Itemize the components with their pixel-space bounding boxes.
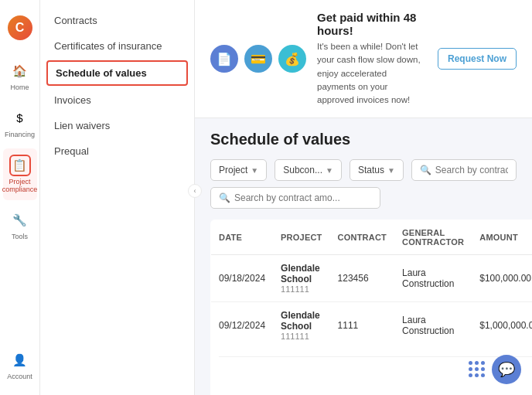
icon-nav: C 🏠 Home $ Financing 📋 Project complianc… (0, 0, 40, 395)
banner-icon-card: 💳 (244, 45, 272, 73)
contract-amount-search[interactable]: 🔍 (210, 187, 380, 209)
col-header-date: DATE (211, 220, 274, 255)
page-title: Schedule of values (210, 131, 517, 148)
banner-description: It's been a while! Don't let your cash f… (317, 40, 427, 107)
status-filter-arrow: ▼ (387, 166, 395, 175)
cell-amount: $1,000,000.00 (472, 302, 532, 349)
project-filter-arrow: ▼ (251, 166, 258, 175)
nav-label-financing: Financing (5, 131, 35, 139)
cell-amount: $100,000.00 (472, 255, 532, 302)
cell-date: 09/18/2024 (211, 255, 274, 302)
nav-item-financing[interactable]: $ Financing (3, 101, 37, 145)
floating-actions: 💬 (469, 355, 521, 384)
financing-icon: $ (9, 107, 31, 129)
sidebar: Contracts Certificates of insurance Sche… (40, 0, 195, 395)
col-header-contract: CONTRACT (330, 220, 394, 255)
nav-label-project-compliance: Project compliance (2, 178, 38, 195)
table-row: 09/12/2024 Glendale School 111111 1111 L… (211, 302, 533, 349)
table-row: 09/18/2024 Glendale School 111111 123456… (211, 255, 533, 302)
nav-label-home: Home (10, 83, 29, 92)
promo-banner: 📄 💳 💰 Get paid within 48 hours! It's bee… (195, 0, 532, 118)
filter-row: Project ▼ Subcon... ▼ Status ▼ 🔍 (210, 159, 517, 181)
account-icon: 👤 (9, 349, 31, 371)
col-header-general-contractor: GENERALCONTRACTOR (394, 220, 472, 255)
sidebar-item-lien-waivers[interactable]: Lien waivers (40, 113, 194, 138)
nav-item-home[interactable]: 🏠 Home (3, 54, 37, 98)
cell-contractor: Laura Construction (394, 255, 472, 302)
logo-area: C (8, 8, 32, 51)
col-header-amount: AMOUNT (472, 220, 532, 255)
request-now-button[interactable]: Request Now (438, 48, 517, 70)
banner-icon-document: 📄 (210, 45, 238, 73)
sidebar-item-schedule-of-values[interactable]: Schedule of values (46, 60, 188, 86)
sidebar-collapse-button[interactable]: ‹ (188, 184, 202, 198)
chat-button[interactable]: 💬 (492, 355, 521, 384)
project-compliance-icon: 📋 (9, 155, 31, 176)
dots-grid-icon[interactable] (469, 361, 486, 378)
project-filter[interactable]: Project ▼ (210, 159, 267, 181)
nav-item-project-compliance[interactable]: 📋 Project compliance (3, 148, 37, 201)
status-filter[interactable]: Status ▼ (350, 159, 404, 181)
banner-icons: 📄 💳 💰 (210, 45, 306, 73)
sidebar-item-certificates-of-insurance[interactable]: Certificates of insurance (40, 33, 194, 59)
subcon-filter-label: Subcon... (283, 165, 322, 175)
nav-label-account: Account (7, 373, 32, 381)
col-header-project: PROJECT (273, 220, 330, 255)
app-logo: C (8, 15, 32, 40)
nav-label-tools: Tools (12, 233, 28, 241)
cell-project: Glendale School 111111 (273, 255, 330, 302)
tools-icon: 🔧 (9, 209, 31, 231)
cell-project: Glendale School 111111 (273, 302, 330, 349)
cell-date: 09/12/2024 (211, 302, 274, 349)
banner-icon-money: 💰 (278, 45, 306, 73)
page-area: Schedule of values Project ▼ Subcon... ▼… (195, 118, 532, 395)
contract-num-input[interactable] (435, 165, 508, 175)
table-header-row: DATE PROJECT CONTRACT GENERALCONTRACTOR … (211, 220, 533, 255)
main-content: 📄 💳 💰 Get paid within 48 hours! It's bee… (195, 0, 532, 395)
cell-contract: 1111 (330, 302, 394, 349)
banner-text: Get paid within 48 hours! It's been a wh… (317, 11, 427, 107)
status-filter-label: Status (358, 165, 384, 175)
search-icon: 🔍 (420, 165, 431, 175)
cell-contractor: Laura Construction (394, 302, 472, 349)
subcon-filter-arrow: ▼ (326, 166, 333, 175)
contract-num-search[interactable]: 🔍 (411, 159, 517, 181)
cell-contract: 123456 (330, 255, 394, 302)
nav-item-account[interactable]: 👤 Account (3, 343, 37, 387)
sidebar-item-prequal[interactable]: Prequal (40, 138, 194, 164)
search-icon-2: 🔍 (219, 192, 230, 203)
nav-item-tools[interactable]: 🔧 Tools (3, 203, 37, 247)
banner-title: Get paid within 48 hours! (317, 11, 427, 37)
project-filter-label: Project (219, 165, 247, 175)
contract-amount-input[interactable] (234, 192, 372, 203)
subcon-filter[interactable]: Subcon... ▼ (275, 159, 342, 181)
home-icon: 🏠 (9, 60, 31, 82)
sidebar-item-invoices[interactable]: Invoices (40, 87, 194, 113)
search-row2: 🔍 (210, 187, 517, 209)
sidebar-item-contracts[interactable]: Contracts (40, 8, 194, 33)
